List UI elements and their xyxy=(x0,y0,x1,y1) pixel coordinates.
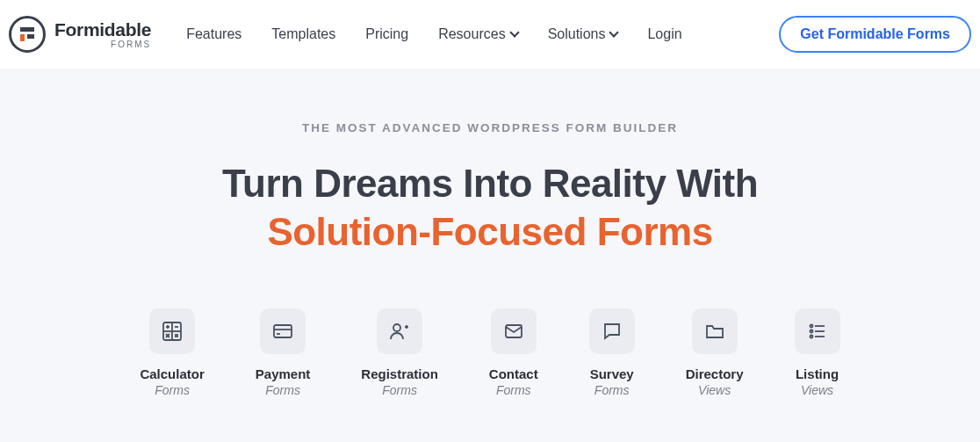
nav-resources[interactable]: Resources xyxy=(438,26,517,42)
card-directory[interactable]: Directory Views xyxy=(686,308,744,397)
list-icon xyxy=(795,308,840,354)
card-survey[interactable]: Survey Forms xyxy=(589,308,635,397)
card-title: Contact xyxy=(489,366,538,381)
nav-templates[interactable]: Templates xyxy=(271,26,335,42)
hero-line2: Solution-Focused Forms xyxy=(18,207,962,256)
card-title: Listing xyxy=(796,366,839,381)
svg-rect-2 xyxy=(27,34,34,39)
svg-point-24 xyxy=(810,336,812,338)
card-title: Payment xyxy=(256,366,311,381)
nav-solutions-label: Solutions xyxy=(548,26,606,42)
card-title: Registration xyxy=(361,366,438,381)
card-contact[interactable]: Contact Forms xyxy=(489,308,538,397)
card-sub: Forms xyxy=(265,383,300,397)
card-calculator[interactable]: Calculator Forms xyxy=(140,308,204,397)
hero-eyebrow: THE MOST ADVANCED WORDPRESS FORM BUILDER xyxy=(18,121,962,134)
svg-rect-0 xyxy=(20,27,34,32)
chat-icon xyxy=(589,308,635,354)
solution-cards: Calculator Forms Payment Forms Registrat… xyxy=(18,308,962,397)
nav-login[interactable]: Login xyxy=(647,26,681,42)
card-sub: Forms xyxy=(155,383,190,397)
card-listing[interactable]: Listing Views xyxy=(795,308,840,397)
mail-icon xyxy=(491,308,537,354)
card-sub: Forms xyxy=(496,383,531,397)
card-sub: Views xyxy=(698,383,731,397)
hero-line1: Turn Dreams Into Reality With xyxy=(18,159,962,207)
card-title: Directory xyxy=(686,366,744,381)
nav-features[interactable]: Features xyxy=(186,26,241,42)
svg-point-16 xyxy=(393,324,400,331)
hero-headline: Turn Dreams Into Reality With Solution-F… xyxy=(18,159,962,256)
logo[interactable]: Formidable FORMS xyxy=(9,16,151,53)
nav-resources-label: Resources xyxy=(438,26,505,42)
cta-button[interactable]: Get Formidable Forms xyxy=(779,16,971,53)
svg-rect-13 xyxy=(274,325,292,337)
card-title: Calculator xyxy=(140,366,204,381)
card-payment[interactable]: Payment Forms xyxy=(256,308,311,397)
card-sub: Views xyxy=(801,383,833,397)
calculator-icon xyxy=(149,308,195,354)
credit-card-icon xyxy=(260,308,306,354)
chevron-down-icon xyxy=(609,27,619,37)
folder-icon xyxy=(692,308,738,354)
logo-main: Formidable xyxy=(54,20,151,39)
card-sub: Forms xyxy=(382,383,417,397)
svg-rect-1 xyxy=(20,34,25,41)
nav-pricing[interactable]: Pricing xyxy=(365,26,408,42)
user-plus-icon xyxy=(377,308,422,354)
logo-text: Formidable FORMS xyxy=(54,20,151,49)
chevron-down-icon xyxy=(509,27,519,37)
hero: THE MOST ADVANCED WORDPRESS FORM BUILDER… xyxy=(0,69,980,397)
main-nav: Features Templates Pricing Resources Sol… xyxy=(186,26,761,42)
card-sub: Forms xyxy=(594,383,630,397)
svg-point-22 xyxy=(810,330,812,333)
logo-sub: FORMS xyxy=(54,40,151,49)
header: Formidable FORMS Features Templates Pric… xyxy=(0,0,980,69)
logo-icon xyxy=(9,16,46,53)
svg-point-20 xyxy=(810,325,812,328)
nav-solutions[interactable]: Solutions xyxy=(548,26,618,42)
card-registration[interactable]: Registration Forms xyxy=(361,308,438,397)
card-title: Survey xyxy=(590,366,634,381)
